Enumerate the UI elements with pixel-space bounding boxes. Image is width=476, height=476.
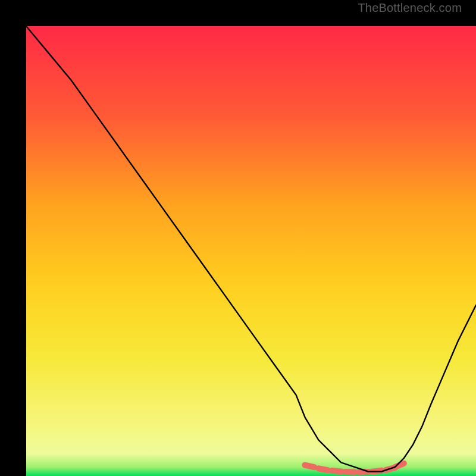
marker-segment xyxy=(345,472,355,472)
bottleneck-chart xyxy=(26,26,476,476)
watermark: TheBottleneck.com xyxy=(358,1,462,15)
marker-segment xyxy=(305,465,314,468)
marker-segment xyxy=(318,468,328,470)
gradient-background xyxy=(26,26,476,476)
chart-frame xyxy=(13,13,463,463)
marker-segment xyxy=(332,471,342,472)
